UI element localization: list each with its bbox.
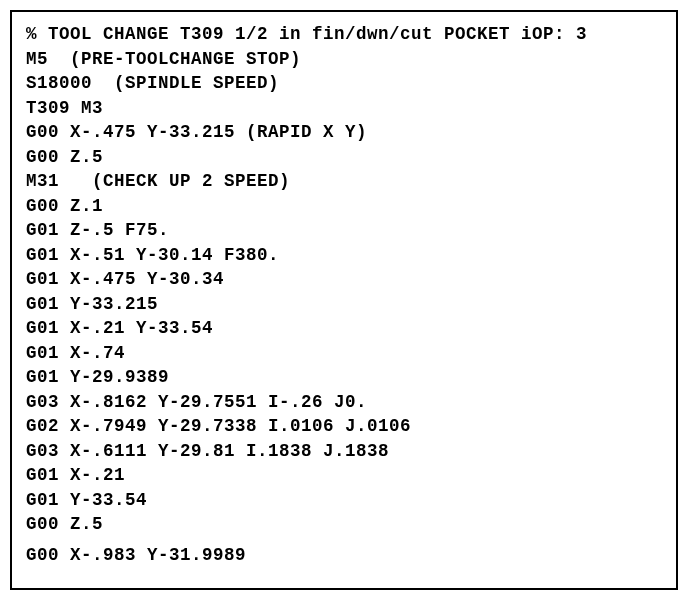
code-line: S18000 (SPINDLE SPEED) <box>26 71 662 96</box>
code-line: G00 Z.5 <box>26 145 662 170</box>
code-line: G01 Y-33.54 <box>26 488 662 513</box>
code-line: % TOOL CHANGE T309 1/2 in fin/dwn/cut PO… <box>26 22 662 47</box>
code-line: G00 Z.5 <box>26 512 662 537</box>
code-line: G01 Y-29.9389 <box>26 365 662 390</box>
code-line: G01 X-.51 Y-30.14 F380. <box>26 243 662 268</box>
code-line: M31 (CHECK UP 2 SPEED) <box>26 169 662 194</box>
gcode-listing: % TOOL CHANGE T309 1/2 in fin/dwn/cut PO… <box>10 10 678 590</box>
code-line: G02 X-.7949 Y-29.7338 I.0106 J.0106 <box>26 414 662 439</box>
code-line: G01 X-.74 <box>26 341 662 366</box>
code-line: G00 Z.1 <box>26 194 662 219</box>
code-line: G03 X-.8162 Y-29.7551 I-.26 J0. <box>26 390 662 415</box>
code-line: T309 M3 <box>26 96 662 121</box>
code-line: G00 X-.983 Y-31.9989 <box>26 543 662 568</box>
code-line: G01 Z-.5 F75. <box>26 218 662 243</box>
code-line: M5 (PRE-TOOLCHANGE STOP) <box>26 47 662 72</box>
code-line: G00 X-.475 Y-33.215 (RAPID X Y) <box>26 120 662 145</box>
code-line: G03 X-.6111 Y-29.81 I.1838 J.1838 <box>26 439 662 464</box>
code-line: G01 Y-33.215 <box>26 292 662 317</box>
code-line: G01 X-.475 Y-30.34 <box>26 267 662 292</box>
code-line: G01 X-.21 Y-33.54 <box>26 316 662 341</box>
code-line: G01 X-.21 <box>26 463 662 488</box>
